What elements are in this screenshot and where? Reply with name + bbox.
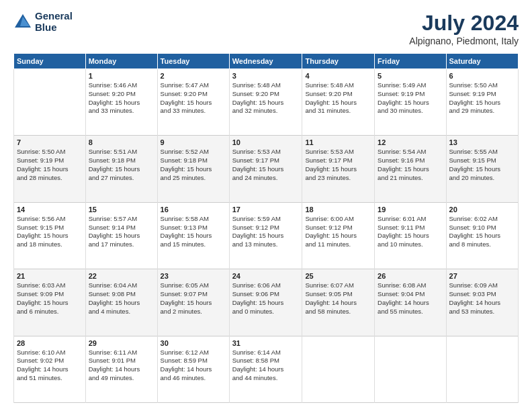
day-number: 9 xyxy=(161,138,226,146)
day-number: 11 xyxy=(305,138,371,146)
day-info: Sunrise: 5:50 AM Sunset: 9:19 PM Dayligh… xyxy=(17,148,83,182)
calendar-cell: 28Sunrise: 6:10 AM Sunset: 9:02 PM Dayli… xyxy=(14,336,86,402)
calendar-cell xyxy=(302,336,375,402)
header-row: SundayMondayTuesdayWednesdayThursdayFrid… xyxy=(14,54,519,69)
day-info: Sunrise: 5:53 AM Sunset: 9:17 PM Dayligh… xyxy=(305,148,371,182)
week-row-4: 21Sunrise: 6:03 AM Sunset: 9:09 PM Dayli… xyxy=(14,269,519,336)
day-number: 12 xyxy=(378,138,443,146)
day-info: Sunrise: 6:09 AM Sunset: 9:03 PM Dayligh… xyxy=(449,281,515,316)
calendar-cell: 9Sunrise: 5:52 AM Sunset: 9:18 PM Daylig… xyxy=(157,136,229,202)
day-number: 21 xyxy=(17,272,83,280)
subtitle: Alpignano, Piedmont, Italy xyxy=(409,36,519,46)
calendar-cell: 16Sunrise: 5:58 AM Sunset: 9:13 PM Dayli… xyxy=(157,202,229,269)
day-number: 6 xyxy=(449,72,515,80)
day-number: 4 xyxy=(305,72,371,80)
calendar-header: SundayMondayTuesdayWednesdayThursdayFrid… xyxy=(14,54,519,69)
day-number: 1 xyxy=(89,72,154,80)
day-number: 10 xyxy=(232,138,300,146)
day-number: 29 xyxy=(89,339,154,347)
calendar-cell xyxy=(446,336,518,402)
calendar-cell: 24Sunrise: 6:06 AM Sunset: 9:06 PM Dayli… xyxy=(229,269,302,336)
day-info: Sunrise: 6:11 AM Sunset: 9:01 PM Dayligh… xyxy=(89,349,154,383)
day-info: Sunrise: 6:06 AM Sunset: 9:06 PM Dayligh… xyxy=(232,281,300,316)
calendar-cell: 22Sunrise: 6:04 AM Sunset: 9:08 PM Dayli… xyxy=(85,269,157,336)
header-day-thursday: Thursday xyxy=(302,54,375,69)
day-number: 20 xyxy=(449,205,515,214)
calendar-cell: 31Sunrise: 6:14 AM Sunset: 8:58 PM Dayli… xyxy=(229,336,302,402)
header-day-wednesday: Wednesday xyxy=(229,54,302,69)
header-day-monday: Monday xyxy=(85,54,157,69)
calendar-body: 1Sunrise: 5:46 AM Sunset: 9:20 PM Daylig… xyxy=(14,69,519,403)
calendar-cell: 7Sunrise: 5:50 AM Sunset: 9:19 PM Daylig… xyxy=(14,136,86,202)
header-day-tuesday: Tuesday xyxy=(157,54,229,69)
page: General Blue July 2024 Alpignano, Piedmo… xyxy=(0,0,532,411)
calendar-cell: 18Sunrise: 6:00 AM Sunset: 9:12 PM Dayli… xyxy=(302,202,375,269)
day-info: Sunrise: 5:49 AM Sunset: 9:19 PM Dayligh… xyxy=(378,81,443,116)
day-number: 22 xyxy=(89,272,154,280)
calendar-cell: 1Sunrise: 5:46 AM Sunset: 9:20 PM Daylig… xyxy=(85,69,157,136)
day-info: Sunrise: 5:46 AM Sunset: 9:20 PM Dayligh… xyxy=(89,81,154,116)
day-info: Sunrise: 5:51 AM Sunset: 9:18 PM Dayligh… xyxy=(89,148,154,182)
day-info: Sunrise: 6:00 AM Sunset: 9:12 PM Dayligh… xyxy=(305,215,371,249)
calendar-cell: 20Sunrise: 6:02 AM Sunset: 9:10 PM Dayli… xyxy=(446,202,518,269)
day-info: Sunrise: 6:10 AM Sunset: 9:02 PM Dayligh… xyxy=(17,349,83,383)
day-info: Sunrise: 5:50 AM Sunset: 9:19 PM Dayligh… xyxy=(449,81,515,116)
day-number: 31 xyxy=(232,339,300,347)
calendar-cell: 3Sunrise: 5:48 AM Sunset: 9:20 PM Daylig… xyxy=(229,69,302,136)
day-info: Sunrise: 5:56 AM Sunset: 9:15 PM Dayligh… xyxy=(17,215,83,249)
day-number: 18 xyxy=(305,205,371,214)
day-info: Sunrise: 6:02 AM Sunset: 9:10 PM Dayligh… xyxy=(449,215,515,249)
day-number: 14 xyxy=(17,205,83,214)
calendar-cell: 29Sunrise: 6:11 AM Sunset: 9:01 PM Dayli… xyxy=(85,336,157,402)
calendar-cell: 19Sunrise: 6:01 AM Sunset: 9:11 PM Dayli… xyxy=(375,202,446,269)
day-info: Sunrise: 6:07 AM Sunset: 9:05 PM Dayligh… xyxy=(305,281,371,316)
calendar-cell: 2Sunrise: 5:47 AM Sunset: 9:20 PM Daylig… xyxy=(157,69,229,136)
calendar-cell: 26Sunrise: 6:08 AM Sunset: 9:04 PM Dayli… xyxy=(375,269,446,336)
day-info: Sunrise: 5:59 AM Sunset: 9:12 PM Dayligh… xyxy=(232,215,300,249)
day-number: 17 xyxy=(232,205,300,214)
header: General Blue July 2024 Alpignano, Piedmo… xyxy=(13,11,519,46)
calendar-cell: 8Sunrise: 5:51 AM Sunset: 9:18 PM Daylig… xyxy=(85,136,157,202)
logo-text: General Blue xyxy=(35,11,73,33)
main-title: July 2024 xyxy=(409,11,519,36)
day-info: Sunrise: 6:14 AM Sunset: 8:58 PM Dayligh… xyxy=(232,349,300,383)
day-number: 15 xyxy=(89,205,154,214)
day-number: 25 xyxy=(305,272,371,280)
day-info: Sunrise: 6:03 AM Sunset: 9:09 PM Dayligh… xyxy=(17,281,83,316)
day-info: Sunrise: 5:48 AM Sunset: 9:20 PM Dayligh… xyxy=(232,81,300,116)
calendar-cell: 14Sunrise: 5:56 AM Sunset: 9:15 PM Dayli… xyxy=(14,202,86,269)
day-info: Sunrise: 5:57 AM Sunset: 9:14 PM Dayligh… xyxy=(89,215,154,249)
day-number: 8 xyxy=(89,138,154,146)
logo-icon xyxy=(13,13,32,32)
day-number: 13 xyxy=(449,138,515,146)
day-number: 26 xyxy=(378,272,443,280)
calendar: SundayMondayTuesdayWednesdayThursdayFrid… xyxy=(13,53,519,403)
day-info: Sunrise: 5:54 AM Sunset: 9:16 PM Dayligh… xyxy=(378,148,443,182)
calendar-cell: 10Sunrise: 5:53 AM Sunset: 9:17 PM Dayli… xyxy=(229,136,302,202)
day-info: Sunrise: 5:55 AM Sunset: 9:15 PM Dayligh… xyxy=(449,148,515,182)
calendar-cell: 15Sunrise: 5:57 AM Sunset: 9:14 PM Dayli… xyxy=(85,202,157,269)
day-info: Sunrise: 6:08 AM Sunset: 9:04 PM Dayligh… xyxy=(378,281,443,316)
week-row-2: 7Sunrise: 5:50 AM Sunset: 9:19 PM Daylig… xyxy=(14,136,519,202)
day-number: 30 xyxy=(161,339,226,347)
title-block: July 2024 Alpignano, Piedmont, Italy xyxy=(409,11,519,46)
day-info: Sunrise: 6:04 AM Sunset: 9:08 PM Dayligh… xyxy=(89,281,154,316)
day-number: 7 xyxy=(17,138,83,146)
day-number: 2 xyxy=(161,72,226,80)
week-row-3: 14Sunrise: 5:56 AM Sunset: 9:15 PM Dayli… xyxy=(14,202,519,269)
calendar-cell: 12Sunrise: 5:54 AM Sunset: 9:16 PM Dayli… xyxy=(375,136,446,202)
week-row-1: 1Sunrise: 5:46 AM Sunset: 9:20 PM Daylig… xyxy=(14,69,519,136)
calendar-cell: 4Sunrise: 5:48 AM Sunset: 9:20 PM Daylig… xyxy=(302,69,375,136)
day-number: 23 xyxy=(161,272,226,280)
calendar-cell: 23Sunrise: 6:05 AM Sunset: 9:07 PM Dayli… xyxy=(157,269,229,336)
day-number: 16 xyxy=(161,205,226,214)
day-info: Sunrise: 6:01 AM Sunset: 9:11 PM Dayligh… xyxy=(378,215,443,249)
header-day-friday: Friday xyxy=(375,54,446,69)
day-info: Sunrise: 5:52 AM Sunset: 9:18 PM Dayligh… xyxy=(161,148,226,182)
calendar-cell: 11Sunrise: 5:53 AM Sunset: 9:17 PM Dayli… xyxy=(302,136,375,202)
day-info: Sunrise: 5:58 AM Sunset: 9:13 PM Dayligh… xyxy=(161,215,226,249)
day-info: Sunrise: 5:47 AM Sunset: 9:20 PM Dayligh… xyxy=(161,81,226,116)
calendar-cell xyxy=(14,69,86,136)
week-row-5: 28Sunrise: 6:10 AM Sunset: 9:02 PM Dayli… xyxy=(14,336,519,402)
calendar-cell: 6Sunrise: 5:50 AM Sunset: 9:19 PM Daylig… xyxy=(446,69,518,136)
